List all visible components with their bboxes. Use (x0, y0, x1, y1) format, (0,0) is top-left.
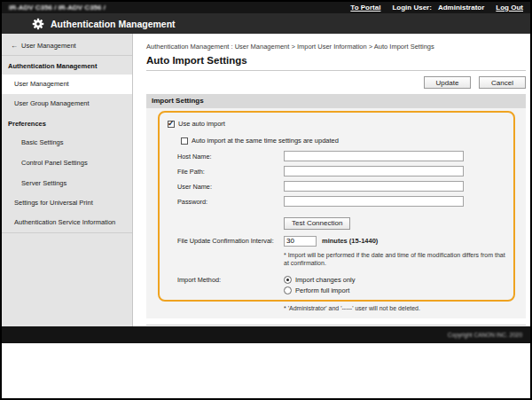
action-buttons: Update Cancel (146, 76, 526, 89)
main-content: Authentication Management : User Managem… (133, 34, 530, 326)
copyright-text-blurred: Copyright CANON INC. 2020 (448, 332, 522, 338)
update-button[interactable]: Update (424, 76, 471, 89)
import-method-label: Import Method: (177, 276, 284, 294)
file-path-label: File Path: (177, 168, 284, 176)
password-input[interactable] (284, 196, 464, 207)
import-changes-only-option[interactable]: Import changes only (284, 276, 356, 284)
sidebar-header-authentication-management: Authentication Management (2, 56, 132, 75)
browser-page: iR-ADV C356 / iR-ADV C356 / To Portal Lo… (0, 0, 532, 400)
sidebar-divider (2, 232, 132, 233)
import-settings-body: Use auto import Auto import at the same … (146, 108, 526, 318)
sidebar-item-basic-settings[interactable]: Basic Settings (2, 132, 132, 153)
login-user-label: Login User: (392, 4, 431, 12)
file-path-row: File Path: (168, 166, 510, 176)
app-header-bar: Authentication Management (2, 13, 530, 34)
use-auto-import-label: Use auto import (178, 120, 225, 128)
use-auto-import-checkbox[interactable] (168, 121, 175, 128)
file-path-input[interactable] (284, 166, 464, 176)
auto-import-on-update-checkbox[interactable] (181, 137, 188, 145)
page-background (2, 343, 530, 398)
sidebar-item-authentication-service-information[interactable]: Authentication Service Information (2, 213, 132, 232)
password-row: Password: (168, 196, 510, 207)
log-out-link[interactable]: Log Out (496, 4, 523, 12)
test-connection-row: Test Connection (284, 213, 510, 230)
perform-full-import-label: Perform full import (295, 286, 349, 294)
sidebar-back-label: User Management (21, 42, 76, 50)
host-name-label: Host Name: (177, 153, 284, 161)
device-name-blurred: iR-ADV C356 / iR-ADV C356 / (9, 4, 106, 12)
user-name-row: User Name: (168, 181, 510, 192)
perform-full-import-option[interactable]: Perform full import (284, 286, 356, 294)
test-connection-button[interactable]: Test Connection (284, 217, 350, 230)
to-portal-link[interactable]: To Portal (350, 4, 380, 12)
breadcrumb: Authentication Management : User Managem… (146, 43, 526, 51)
interval-row: File Update Confirmation Interval: minut… (168, 236, 510, 247)
app-title: Authentication Management (51, 19, 176, 29)
top-status-bar: iR-ADV C356 / iR-ADV C356 / To Portal Lo… (2, 2, 530, 13)
import-method-row: Import Method: Import changes only Perfo… (168, 276, 510, 294)
delete-note: * 'Administrator' and '-----' user will … (284, 305, 515, 311)
host-name-input[interactable] (284, 151, 464, 161)
user-name-input[interactable] (284, 181, 464, 192)
sidebar: ← User Management Authentication Managem… (2, 34, 133, 326)
import-settings-section: Import Settings Use auto import Auto imp… (146, 94, 526, 318)
page-title: Auto Import Settings (146, 55, 526, 71)
import-settings-title: Import Settings (146, 94, 526, 108)
sidebar-item-user-group-management[interactable]: User Group Management (2, 94, 132, 114)
back-arrow-icon: ← (11, 43, 18, 50)
auto-import-on-update-label: Auto import at the same time settings ar… (192, 137, 339, 145)
sidebar-item-user-management[interactable]: User Management (2, 75, 132, 94)
interval-unit: minutes (15-1440) (322, 237, 378, 245)
use-auto-import-row: Use auto import (168, 120, 510, 128)
sidebar-item-control-panel-settings[interactable]: Control Panel Settings (2, 153, 132, 173)
interval-input[interactable] (284, 236, 317, 247)
interval-note: * Import will be performed if the date a… (284, 251, 510, 268)
interval-label: File Update Confirmation Interval: (177, 237, 284, 245)
user-name-label: User Name: (177, 183, 284, 191)
auto-import-group: Use auto import Auto import at the same … (158, 111, 515, 302)
cancel-button[interactable]: Cancel (479, 76, 526, 89)
sidebar-item-settings-for-universal-print[interactable]: Settings for Universal Print (2, 193, 132, 213)
login-user-group: Login User: Administrator (392, 4, 484, 12)
import-method-options: Import changes only Perform full import (284, 276, 356, 294)
auto-import-on-update-row: Auto import at the same time settings ar… (181, 137, 510, 145)
import-changes-only-label: Import changes only (295, 276, 356, 284)
top-status-links: To Portal Login User: Administrator Log … (350, 4, 523, 12)
login-user-value: Administrator (438, 4, 484, 12)
sidebar-item-server-settings[interactable]: Server Settings (2, 173, 132, 193)
host-name-row: Host Name: (168, 151, 510, 161)
sidebar-back-user-management[interactable]: ← User Management (2, 34, 132, 55)
password-label: Password: (177, 198, 284, 206)
footer-bar: Copyright CANON INC. 2020 (2, 326, 530, 343)
gear-icon (32, 18, 44, 30)
sidebar-header-preferences: Preferences (2, 114, 132, 132)
import-changes-only-radio[interactable] (284, 276, 292, 284)
perform-full-import-radio[interactable] (284, 286, 292, 294)
